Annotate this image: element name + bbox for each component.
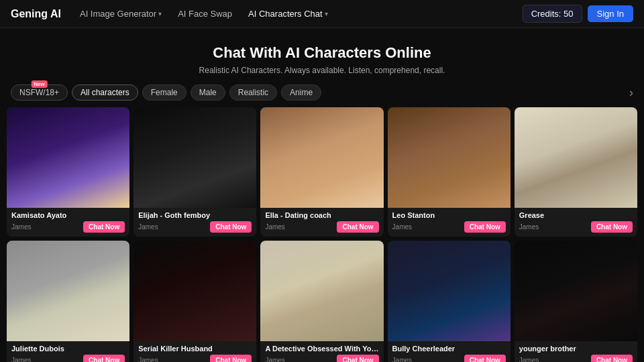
card-bottom: James Chat Now xyxy=(265,221,378,233)
chat-now-button[interactable]: Chat Now xyxy=(464,355,506,362)
character-card[interactable]: 👁 19483.9K Grease James Chat Now xyxy=(515,107,637,237)
character-card[interactable]: 👁 43294.7K Kamisato Ayato James Chat Now xyxy=(7,107,129,237)
character-image: 👁 43294.7K xyxy=(7,107,129,208)
character-name: Juliette Dubois xyxy=(11,345,125,353)
character-grid: 👁 43294.7K Kamisato Ayato James Chat Now… xyxy=(0,107,644,362)
character-image: 👁 11743.9K xyxy=(515,241,637,341)
creator-name: James xyxy=(11,223,31,231)
card-bottom: James Chat Now xyxy=(11,221,125,233)
filter-anime[interactable]: Anime xyxy=(281,84,321,101)
filter-expand-icon[interactable]: › xyxy=(629,86,633,100)
character-card[interactable]: 👁 13429.4K Serial Killer Husband James C… xyxy=(133,241,256,362)
chat-now-button[interactable]: Chat Now xyxy=(337,221,378,233)
filter-nsfw[interactable]: New NSFW/18+ xyxy=(11,84,68,101)
filter-male[interactable]: Male xyxy=(191,84,225,101)
filter-all-characters[interactable]: All characters xyxy=(72,84,138,101)
creator-name: James xyxy=(519,223,539,231)
character-card[interactable]: 👁 24387.4K Ella - Dating coach James Cha… xyxy=(260,107,383,237)
header-actions: Credits: 50 Sign In xyxy=(523,5,633,23)
creator-name: James xyxy=(138,357,158,362)
chat-now-button[interactable]: Chat Now xyxy=(591,355,633,362)
character-card[interactable]: 👁 13292.3K A Detective Obsessed With You… xyxy=(260,241,383,362)
chat-now-button[interactable]: Chat Now xyxy=(83,221,125,233)
card-bottom: James Chat Now xyxy=(519,221,633,233)
chat-now-button[interactable]: Chat Now xyxy=(83,355,125,362)
hero-subtitle: Realistic AI Characters. Always availabl… xyxy=(11,66,633,75)
chat-now-button[interactable]: Chat Now xyxy=(591,221,633,233)
card-info: younger brother James Chat Now xyxy=(515,341,637,362)
card-info: Elijah - Goth femboy James Chat Now xyxy=(133,208,256,237)
character-image: 👁 24324.3K xyxy=(388,107,511,208)
character-name: Leo Stanton xyxy=(392,211,506,219)
character-name: Kamisato Ayato xyxy=(11,211,125,219)
character-image: 👁 13429.4K xyxy=(133,241,256,341)
character-image: 👁 13292.3K xyxy=(260,241,383,341)
card-bottom: James Chat Now xyxy=(519,355,633,362)
card-info: Serial Killer Husband James Chat Now xyxy=(133,341,256,362)
signin-button[interactable]: Sign In xyxy=(588,5,633,22)
character-name: Bully Cheerleader xyxy=(392,345,506,353)
chevron-down-icon: ▾ xyxy=(158,10,162,17)
creator-name: James xyxy=(519,357,539,362)
creator-name: James xyxy=(392,223,412,231)
character-card[interactable]: 👁 33428.4K Elijah - Goth femboy James Ch… xyxy=(133,107,256,237)
character-image: 👁 12984.3K xyxy=(388,241,511,341)
card-info: Ella - Dating coach James Chat Now xyxy=(260,208,383,237)
badge-new: New xyxy=(31,80,47,88)
card-bottom: James Chat Now xyxy=(392,355,506,362)
credits-button[interactable]: Credits: 50 xyxy=(523,5,582,23)
page-title: Chat With AI Characters Online xyxy=(11,44,633,62)
card-info: A Detective Obsessed With You - Luna Jam… xyxy=(260,341,383,362)
character-name: Elijah - Goth femboy xyxy=(138,211,252,219)
chat-now-button[interactable]: Chat Now xyxy=(210,221,252,233)
card-bottom: James Chat Now xyxy=(11,355,125,362)
nav-face-swap[interactable]: AI Face Swap xyxy=(172,6,237,21)
card-bottom: James Chat Now xyxy=(392,221,506,233)
card-bottom: James Chat Now xyxy=(138,355,252,362)
filter-realistic[interactable]: Realistic xyxy=(229,84,277,101)
character-name: Grease xyxy=(519,211,633,219)
card-info: Kamisato Ayato James Chat Now xyxy=(7,208,129,237)
chat-now-button[interactable]: Chat Now xyxy=(337,355,378,362)
creator-name: James xyxy=(265,357,284,362)
main-header: Gening AI AI Image Generator ▾ AI Face S… xyxy=(0,0,644,28)
filter-bar: New NSFW/18+ All characters Female Male … xyxy=(0,84,644,107)
character-card[interactable]: 👁 24324.3K Leo Stanton James Chat Now xyxy=(388,107,511,237)
logo[interactable]: Gening AI xyxy=(11,8,61,20)
chat-now-button[interactable]: Chat Now xyxy=(210,355,252,362)
nav-image-generator[interactable]: AI Image Generator ▾ xyxy=(74,6,167,21)
card-info: Bully Cheerleader James Chat Now xyxy=(388,341,511,362)
card-info: Grease James Chat Now xyxy=(515,208,637,237)
character-image: 👁 33428.4K xyxy=(133,107,256,208)
creator-name: James xyxy=(265,223,284,231)
filter-female[interactable]: Female xyxy=(142,84,186,101)
nav-characters-chat[interactable]: AI Characters Chat ▾ xyxy=(243,6,333,21)
card-info: Leo Stanton James Chat Now xyxy=(388,208,511,237)
hero-section: Chat With AI Characters Online Realistic… xyxy=(0,28,644,84)
character-card[interactable]: 👁 13748.3K Juliette Dubois James Chat No… xyxy=(7,241,129,362)
creator-name: James xyxy=(392,357,412,362)
character-name: Ella - Dating coach xyxy=(265,211,378,219)
card-info: Juliette Dubois James Chat Now xyxy=(7,341,129,362)
chat-now-button[interactable]: Chat Now xyxy=(464,221,506,233)
character-name: A Detective Obsessed With You - Luna xyxy=(265,345,378,353)
character-card[interactable]: 👁 11743.9K younger brother James Chat No… xyxy=(515,241,637,362)
character-name: Serial Killer Husband xyxy=(138,345,252,353)
creator-name: James xyxy=(11,357,31,362)
character-image: 👁 19483.9K xyxy=(515,107,637,208)
character-image: 👁 24387.4K xyxy=(260,107,383,208)
character-card[interactable]: 👁 12984.3K Bully Cheerleader James Chat … xyxy=(388,241,511,362)
creator-name: James xyxy=(138,223,158,231)
chevron-down-icon: ▾ xyxy=(325,10,328,17)
card-bottom: James Chat Now xyxy=(265,355,378,362)
character-image: 👁 13748.3K xyxy=(7,241,129,341)
card-bottom: James Chat Now xyxy=(138,221,252,233)
character-name: younger brother xyxy=(519,345,633,353)
